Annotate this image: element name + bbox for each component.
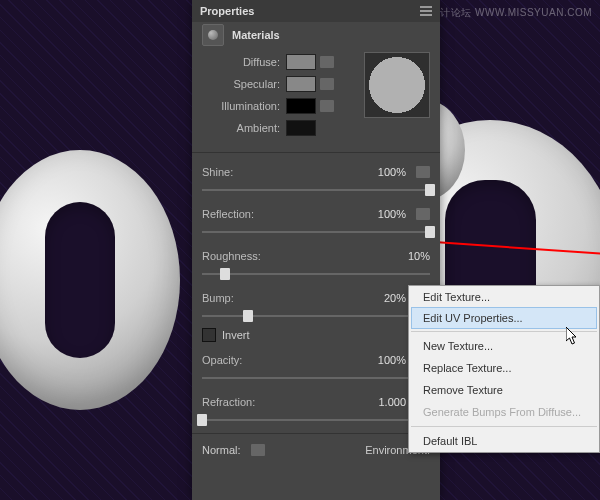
- folder-icon[interactable]: [251, 444, 265, 456]
- opacity-label: Opacity:: [202, 354, 242, 366]
- material-preview[interactable]: [364, 52, 430, 118]
- illumination-swatch[interactable]: [286, 98, 316, 114]
- shine-label: Shine:: [202, 166, 233, 178]
- invert-checkbox[interactable]: [202, 328, 216, 342]
- folder-icon[interactable]: [416, 208, 430, 220]
- roughness-slider[interactable]: [202, 267, 430, 281]
- bump-slider[interactable]: [202, 309, 430, 323]
- bump-value[interactable]: 20%: [384, 292, 406, 304]
- context-menu: Edit Texture... Edit UV Properties... Ne…: [408, 285, 600, 453]
- opacity-slider[interactable]: [202, 371, 430, 385]
- menu-remove-texture[interactable]: Remove Texture: [409, 379, 599, 401]
- panel-menu-icon[interactable]: [420, 6, 432, 16]
- roughness-label: Roughness:: [202, 250, 261, 262]
- viewport-3d-object: [0, 150, 180, 410]
- specular-swatch[interactable]: [286, 76, 316, 92]
- menu-replace-texture[interactable]: Replace Texture...: [409, 357, 599, 379]
- bump-label: Bump:: [202, 292, 234, 304]
- menu-edit-texture[interactable]: Edit Texture...: [409, 286, 599, 308]
- menu-generate-bumps: Generate Bumps From Diffuse...: [409, 401, 599, 423]
- ambient-swatch[interactable]: [286, 120, 316, 136]
- folder-icon[interactable]: [416, 166, 430, 178]
- properties-panel: Properties Materials Diffuse: Specular: …: [192, 0, 440, 500]
- normal-label: Normal:: [202, 444, 241, 456]
- folder-icon[interactable]: [320, 56, 334, 68]
- reflection-label: Reflection:: [202, 208, 254, 220]
- shine-slider[interactable]: [202, 183, 430, 197]
- cursor-icon: [566, 327, 580, 345]
- illumination-label: Illumination:: [202, 100, 280, 112]
- opacity-value[interactable]: 100%: [378, 354, 406, 366]
- diffuse-label: Diffuse:: [202, 56, 280, 68]
- folder-icon[interactable]: [320, 100, 334, 112]
- specular-label: Specular:: [202, 78, 280, 90]
- reflection-slider[interactable]: [202, 225, 430, 239]
- ambient-label: Ambient:: [202, 122, 280, 134]
- refraction-label: Refraction:: [202, 396, 255, 408]
- reflection-value[interactable]: 100%: [378, 208, 406, 220]
- diffuse-swatch[interactable]: [286, 54, 316, 70]
- invert-label: Invert: [222, 329, 250, 341]
- shine-value[interactable]: 100%: [378, 166, 406, 178]
- menu-default-ibl[interactable]: Default IBL: [409, 430, 599, 452]
- panel-title: Properties: [200, 5, 254, 17]
- materials-icon[interactable]: [202, 24, 224, 46]
- section-title: Materials: [232, 29, 280, 41]
- roughness-value[interactable]: 10%: [408, 250, 430, 262]
- folder-icon[interactable]: [320, 78, 334, 90]
- menu-edit-uv-properties[interactable]: Edit UV Properties...: [411, 307, 597, 329]
- refraction-slider[interactable]: [202, 413, 430, 427]
- refraction-value[interactable]: 1.000: [378, 396, 406, 408]
